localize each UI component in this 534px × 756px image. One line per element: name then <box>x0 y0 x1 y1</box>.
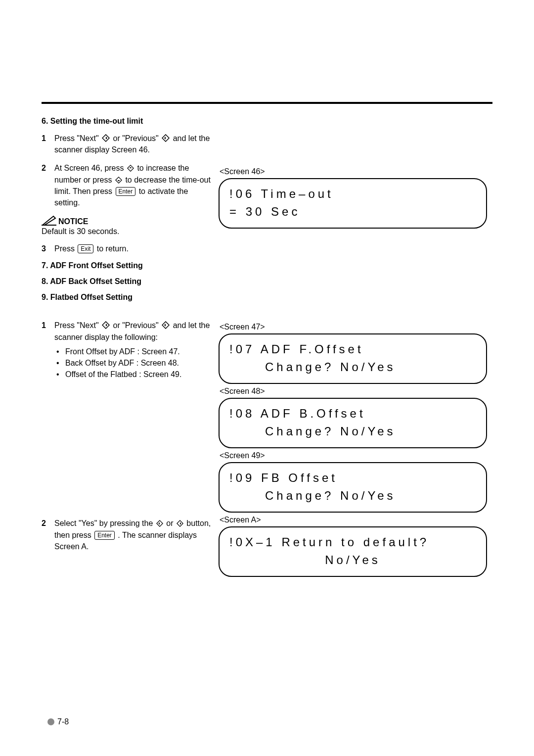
page: 6. Setting the time-out limit 1 Press "N… <box>0 0 534 756</box>
svg-marker-3 <box>164 137 166 140</box>
svg-marker-1 <box>106 137 107 140</box>
notice-header: NOTICE <box>42 215 213 226</box>
content: 6. Setting the time-out limit 1 Press "N… <box>42 117 487 577</box>
notice-text: Default is 30 seconds. <box>42 227 213 236</box>
offset-row-1: 1 Press "Next" or "Previous" and let the… <box>42 320 487 513</box>
heading-section-9: 9. Flatbed Offset Setting <box>42 293 213 302</box>
notice-pencil-icon <box>42 215 56 226</box>
step-6-3: 3 Press Exit to return. <box>42 243 213 254</box>
text: or <box>166 519 176 527</box>
lcd-line-1: !06 Time–out <box>229 187 334 200</box>
text: Press "Next" <box>54 134 101 142</box>
screen-48-label: <Screen 48> <box>220 387 487 396</box>
step-body: At Screen 46, press to increase the numb… <box>54 162 213 208</box>
offset-left-1: 1 Press "Next" or "Previous" and let the… <box>42 320 219 513</box>
text: or "Previous" <box>113 321 161 330</box>
right-icon <box>177 520 183 527</box>
screen-47: !07 ADF F.Offset Change? No/Yes <box>219 333 487 384</box>
screen-46-label: <Screen 46> <box>220 167 487 176</box>
section-6-left: 1 Press "Next" or "Previous" and let the… <box>42 133 219 309</box>
svg-marker-10 <box>106 324 107 327</box>
enter-key-icon: Enter <box>94 531 115 540</box>
screen-49: !09 FB Offset Change? No/Yes <box>219 462 487 513</box>
heading-section-7: 7. ADF Front Offset Setting <box>42 261 213 270</box>
page-number: 7-8 <box>47 717 69 726</box>
step-body: Select "Yes" by pressing the or button, … <box>54 518 213 552</box>
svg-marker-12 <box>164 324 166 327</box>
svg-marker-16 <box>180 522 181 525</box>
next-right-icon <box>102 321 110 329</box>
offset-right-2: <Screen A> !0X–1 Return to default? No/Y… <box>219 513 487 577</box>
offset-step-2: 2 Select "Yes" by pressing the or button… <box>42 518 213 552</box>
page-number-text: 7-8 <box>57 717 69 726</box>
section-6-right: <Screen 46> !06 Time–out = 30 Sec <box>219 133 487 309</box>
headings-7-8-9: 7. ADF Front Offset Setting 8. ADF Back … <box>42 261 213 302</box>
heading-section-6: 6. Setting the time-out limit <box>42 117 487 126</box>
previous-left-icon <box>162 134 170 142</box>
lcd-line-1: !09 FB Offset <box>229 471 338 484</box>
offset-left-2: 2 Select "Yes" by pressing the or button… <box>42 513 219 577</box>
step-number: 1 <box>42 320 54 380</box>
step-body: Press "Next" or "Previous" and let the s… <box>54 133 213 155</box>
offset-row-2: 2 Select "Yes" by pressing the or button… <box>42 513 487 577</box>
offset-step-1: 1 Press "Next" or "Previous" and let the… <box>42 320 213 380</box>
offset-bullet-list: Front Offset by ADF : Screen 47. Back Of… <box>54 346 213 380</box>
screen-46: !06 Time–out = 30 Sec <box>219 178 487 229</box>
lcd-line-2: Change? No/Yes <box>229 487 476 505</box>
text: Press <box>54 244 77 253</box>
screen-47-label: <Screen 47> <box>220 323 487 331</box>
step-number: 2 <box>42 162 54 208</box>
screen-48: !08 ADF B.Offset Change? No/Yes <box>219 398 487 448</box>
previous-left-icon <box>162 321 170 329</box>
svg-marker-7 <box>117 180 120 182</box>
screen-a: !0X–1 Return to default? No/Yes <box>219 526 487 577</box>
svg-marker-5 <box>129 167 132 169</box>
list-item: Front Offset by ADF : Screen 47. <box>65 346 213 357</box>
lcd-line-1: !0X–1 Return to default? <box>229 535 429 549</box>
heading-section-8: 8. ADF Back Offset Setting <box>42 277 213 286</box>
text: to return. <box>97 244 129 253</box>
svg-marker-14 <box>158 522 160 525</box>
list-item: Back Offset by ADF : Screen 48. <box>65 357 213 369</box>
bullet-icon <box>47 718 54 725</box>
step-body: Press Exit to return. <box>54 243 213 254</box>
step-6-1: 1 Press "Next" or "Previous" and let the… <box>42 133 213 155</box>
lcd-line-2: Change? No/Yes <box>229 358 476 376</box>
lcd-line-1: !07 ADF F.Offset <box>229 342 364 356</box>
notice-label: NOTICE <box>58 217 88 226</box>
enter-key-icon: Enter <box>116 187 136 196</box>
text: At Screen 46, press <box>54 164 126 172</box>
left-icon <box>156 520 163 527</box>
header-rule <box>42 102 492 104</box>
text: Select "Yes" by pressing the <box>54 519 155 527</box>
exit-key-icon: Exit <box>78 244 93 253</box>
lcd-line-1: !08 ADF B.Offset <box>229 407 366 420</box>
up-icon <box>127 165 134 172</box>
lcd-line-2: = 30 Sec <box>229 205 300 218</box>
next-right-icon <box>102 134 110 142</box>
lcd-line-2: No/Yes <box>229 551 476 569</box>
lcd-line-2: Change? No/Yes <box>229 423 476 440</box>
list-item: Offset of the Flatbed : Screen 49. <box>65 369 213 380</box>
down-icon <box>115 177 122 184</box>
step-6-2: 2 At Screen 46, press to increase the nu… <box>42 162 213 208</box>
step-number: 1 <box>42 133 54 155</box>
text: Press "Next" <box>54 321 101 330</box>
step-number: 3 <box>42 243 54 254</box>
screen-49-label: <Screen 49> <box>220 451 487 460</box>
screen-a-label: <Screen A> <box>220 516 487 524</box>
offset-right-1: <Screen 47> !07 ADF F.Offset Change? No/… <box>219 320 487 513</box>
text: or "Previous" <box>113 134 161 142</box>
section-6-row: 1 Press "Next" or "Previous" and let the… <box>42 133 487 309</box>
step-body: Press "Next" or "Previous" and let the s… <box>54 320 213 380</box>
step-number: 2 <box>42 518 54 552</box>
